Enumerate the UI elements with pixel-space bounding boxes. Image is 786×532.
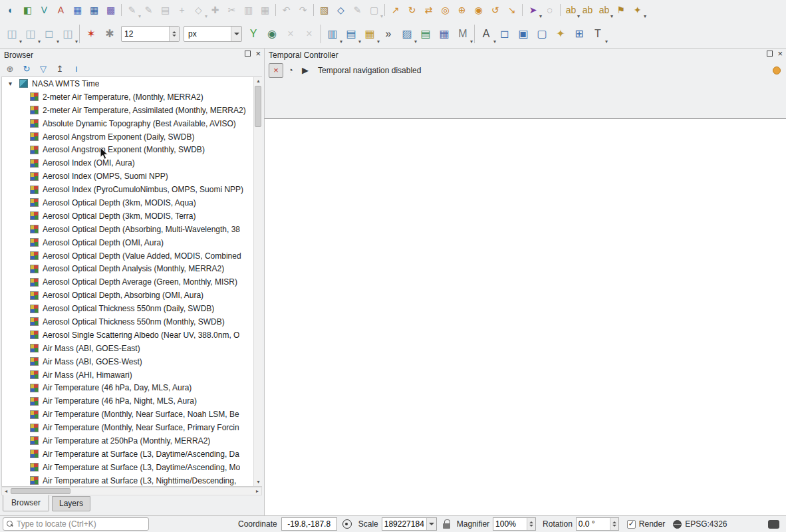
tree-item-layer[interactable]: Air Temperature at Surface (L3, Daytime/…: [2, 461, 261, 474]
spinner-arrows[interactable]: [169, 27, 179, 41]
raster-checker-icon[interactable]: ▩: [102, 2, 119, 18]
tree-item-layer[interactable]: Aerosol Optical Depth (Value Added, MODI…: [2, 249, 261, 263]
copy-features-icon[interactable]: ▥: [240, 2, 257, 18]
tree-item-layer[interactable]: Aerosol Optical Depth (OMI, Aura): [2, 236, 261, 249]
tree-item-layer[interactable]: Aerosol Optical Depth, Absorbing (OMI, A…: [2, 289, 261, 302]
tree-vertical-scrollbar[interactable]: ▴ ▾: [253, 77, 262, 486]
move-copy-feature-icon[interactable]: ↗: [387, 2, 404, 18]
vector-split-icon[interactable]: Y: [244, 25, 263, 43]
map-theme-menu-icon[interactable]: ▤: [342, 25, 360, 43]
close-panel-icon[interactable]: ×: [255, 51, 261, 57]
tree-item-layer[interactable]: Aerosol Optical Depth (3km, MODIS, Terra…: [2, 209, 261, 223]
render-checkbox[interactable]: [627, 520, 636, 529]
tree-item-layer[interactable]: Air Mass (ABI, GOES-East): [2, 342, 261, 355]
tree-item-layer[interactable]: Air Temperature (Monthly, Near Surface, …: [2, 408, 261, 421]
new-virtual-layer-icon[interactable]: V: [36, 2, 53, 18]
add-ring-icon[interactable]: ◎: [437, 2, 454, 18]
measure-icon[interactable]: ◌: [541, 2, 558, 18]
scroll-up-icon[interactable]: ▴: [254, 77, 263, 85]
diagram-options-icon[interactable]: ▦: [435, 25, 454, 43]
tree-item-layer[interactable]: Aerosol Optical Depth (3km, MODIS, Aqua): [2, 196, 261, 209]
metasearch-icon[interactable]: ◐: [3, 2, 19, 18]
tree-item-layer[interactable]: 2-meter Air Temperature, (Monthly, MERRA…: [2, 90, 261, 104]
scale-input[interactable]: [382, 518, 426, 530]
new-annotation-layer-icon[interactable]: A: [53, 2, 69, 18]
toolbar-separator[interactable]: [321, 25, 321, 43]
mouse-extent-icon[interactable]: [342, 519, 352, 529]
label-pin-icon[interactable]: ab: [579, 2, 596, 18]
tree-root-nasa-wmts-time[interactable]: ▾ NASA WMTS Time: [2, 77, 261, 90]
attribute-table-icon[interactable]: ▦: [86, 2, 102, 18]
mesh-menu-icon[interactable]: M: [454, 25, 472, 43]
clear-style-icon[interactable]: ×: [281, 25, 300, 43]
tree-item-layer[interactable]: Aerosol Single Scattering Albedo (Near U…: [2, 329, 261, 342]
tree-item-layer[interactable]: Aerosol Index (OMI, Aura): [2, 156, 261, 170]
locator-search[interactable]: [3, 517, 149, 531]
style-manager-icon[interactable]: ◧: [19, 2, 36, 18]
coordinate-input[interactable]: [281, 517, 337, 531]
new-mesh-layer-icon[interactable]: ▦: [69, 2, 86, 18]
expander-icon[interactable]: ▾: [9, 80, 15, 87]
clear-all-icon[interactable]: ×: [300, 25, 319, 43]
notebook-icon[interactable]: ▧: [316, 2, 332, 18]
add-record-icon[interactable]: +: [174, 2, 190, 18]
toolbar-separator[interactable]: [560, 4, 561, 16]
float-panel-button[interactable]: [245, 51, 251, 57]
tab-layers[interactable]: Layers: [52, 496, 90, 511]
spinner-arrows[interactable]: [610, 518, 618, 530]
tree-item-layer[interactable]: Aerosol Index (OMPS, Suomi NPP): [2, 170, 261, 183]
advanced-digitizing-icon[interactable]: ✎: [349, 2, 366, 18]
swap-geometry-icon[interactable]: ⇄: [420, 2, 437, 18]
chevron-down-icon[interactable]: [426, 518, 436, 530]
layer-menu-icon[interactable]: ◫: [59, 25, 77, 43]
toolbar-separator[interactable]: [275, 4, 276, 16]
text-tool-icon[interactable]: T: [589, 25, 607, 43]
tree-item-layer[interactable]: Aerosol Optical Depth Analysis (Monthly,…: [2, 262, 261, 275]
redo-icon[interactable]: ↷: [295, 2, 311, 18]
font-size-spinbox[interactable]: [121, 26, 180, 42]
messages-icon[interactable]: [768, 520, 779, 529]
add-part-icon[interactable]: ⊕: [454, 2, 470, 18]
tree-item-layer[interactable]: Air Mass (AHI, Himawari): [2, 368, 261, 382]
lock-scale-icon[interactable]: [443, 519, 450, 529]
toolbar-overflow-icon[interactable]: »: [379, 25, 398, 43]
paste-features-icon[interactable]: ▦: [257, 2, 273, 18]
tree-item-layer[interactable]: Air Temperature at Surface (L3, Daytime/…: [2, 448, 261, 461]
close-panel-icon[interactable]: ×: [777, 51, 783, 57]
tree-item-layer[interactable]: Air Temperature (Monthly, Near Surface, …: [2, 421, 261, 434]
tree-item-layer[interactable]: 2-meter Air Temperature, Assimilated (Mo…: [2, 104, 261, 117]
label-show-hide-icon[interactable]: ab: [596, 2, 612, 18]
magnifier-spinbox[interactable]: [493, 517, 536, 531]
undo-icon[interactable]: ↶: [278, 2, 295, 18]
text-annotation-icon[interactable]: A: [477, 25, 495, 43]
select-radius-icon[interactable]: ⊞: [570, 25, 589, 43]
tree-item-layer[interactable]: Aerosol Angstrom Exponent (Monthly, SWDB…: [2, 143, 261, 156]
toggle-editing-icon[interactable]: ✎: [140, 2, 157, 18]
tree-item-layer[interactable]: Air Temperature at Surface (L3, Nighttim…: [2, 474, 261, 487]
magnifier-input[interactable]: [493, 518, 527, 530]
add-selected-layers-icon[interactable]: ⊕: [4, 63, 16, 75]
select-rectangle-icon[interactable]: ◻: [495, 25, 514, 43]
auto-style-icon[interactable]: ✱: [100, 25, 119, 43]
collapse-all-icon[interactable]: ↥: [54, 63, 66, 75]
map-canvas[interactable]: [264, 118, 786, 515]
pan-menu-icon[interactable]: ◫: [3, 25, 21, 43]
reshape-features-icon[interactable]: ↘: [503, 2, 520, 18]
label-options-icon[interactable]: ab: [563, 2, 579, 18]
tab-browser[interactable]: Browser: [3, 495, 49, 511]
tree-item-layer[interactable]: Air Temperature (46 hPa, Night, MLS, Aur…: [2, 394, 261, 408]
tree-item-layer[interactable]: Air Mass (ABI, GOES-West): [2, 355, 261, 368]
toolbar-separator[interactable]: [121, 4, 122, 16]
locator-input[interactable]: [17, 519, 136, 529]
refresh-icon[interactable]: ↻: [21, 63, 33, 75]
scroll-right-icon[interactable]: ▸: [253, 487, 261, 495]
snapping-options-icon[interactable]: ◇: [332, 2, 349, 18]
toolbar-separator[interactable]: [384, 4, 385, 16]
filter-browser-icon[interactable]: ▽: [37, 63, 49, 75]
crs-globe-icon[interactable]: [673, 520, 682, 529]
favorites-icon[interactable]: ✦: [551, 25, 570, 43]
bookmark-menu-icon[interactable]: ▥: [323, 25, 342, 43]
hatch-style-icon[interactable]: ▨: [398, 25, 416, 43]
toolbar-separator[interactable]: [313, 4, 314, 16]
discard-edits-icon[interactable]: ✶: [82, 25, 100, 43]
